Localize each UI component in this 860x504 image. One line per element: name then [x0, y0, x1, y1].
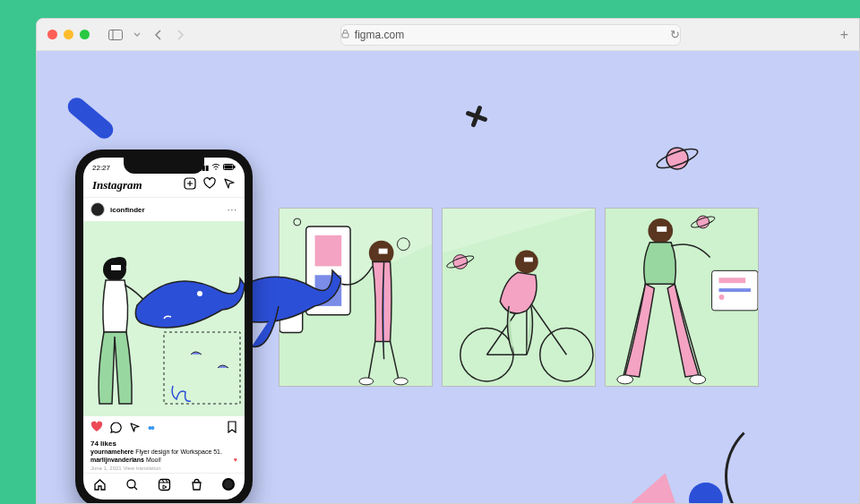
svg-point-24: [697, 216, 710, 228]
svg-point-11: [294, 218, 301, 226]
svg-rect-31: [657, 226, 666, 232]
back-button[interactable]: [150, 30, 167, 40]
svg-rect-13: [379, 249, 388, 254]
sidebar-toggle-icon[interactable]: [108, 30, 124, 40]
post-header: iconfinder ···: [83, 198, 245, 221]
more-options-icon[interactable]: ···: [228, 205, 237, 215]
activity-heart-icon[interactable]: [203, 177, 216, 193]
lock-icon: [341, 30, 349, 40]
post-date: June 1, 2021 View translation: [83, 464, 245, 473]
phone-mockup: 22:27 ▮▮▮ Instagram: [75, 149, 253, 503]
comment-username[interactable]: marlijnvanderlans: [90, 457, 144, 463]
svg-point-14: [359, 378, 374, 385]
figma-canvas[interactable]: 22:27 ▮▮▮ Instagram: [37, 51, 859, 503]
svg-rect-2: [342, 33, 348, 38]
comment-like-icon[interactable]: ♥: [234, 457, 237, 463]
svg-point-32: [617, 375, 633, 384]
profile-tab-icon[interactable]: [222, 478, 235, 491]
caption-text: Flyer design for Workspace 51.: [135, 448, 222, 455]
close-window-button[interactable]: [47, 30, 57, 39]
chevron-down-icon[interactable]: [129, 31, 145, 38]
svg-point-34: [215, 168, 217, 170]
like-heart-icon[interactable]: [90, 421, 103, 435]
shop-tab-icon[interactable]: [190, 478, 203, 494]
svg-point-10: [397, 238, 409, 251]
svg-point-44: [127, 480, 135, 488]
battery-icon: [223, 164, 236, 172]
home-tab-icon[interactable]: [93, 478, 107, 494]
forward-button[interactable]: [172, 30, 188, 40]
post-username[interactable]: iconfinder: [110, 206, 145, 214]
status-time: 22:27: [92, 164, 110, 172]
svg-rect-22: [524, 258, 533, 262]
svg-point-42: [197, 291, 202, 296]
svg-rect-28: [719, 288, 752, 292]
maximize-window-button[interactable]: [80, 30, 90, 39]
svg-rect-36: [225, 165, 233, 168]
avatar[interactable]: [90, 202, 105, 217]
svg-point-21: [515, 251, 538, 274]
comment-row: marlijnvanderlans Mooi! ♥: [83, 456, 245, 464]
post-caption: yournamehere Flyer design for Workspace …: [83, 448, 245, 456]
phone-screen: 22:27 ▮▮▮ Instagram: [83, 158, 245, 500]
messages-icon[interactable]: [223, 177, 236, 193]
frame-cycling[interactable]: [442, 208, 596, 387]
comment-text: Mooi!: [146, 457, 161, 463]
phone-notch: [124, 158, 204, 174]
caption-username[interactable]: yournamehere: [90, 448, 133, 455]
post-image[interactable]: [83, 221, 245, 416]
browser-window: figma.com ↻ +: [36, 18, 860, 504]
date-text: June 1, 2021: [90, 466, 122, 471]
likes-count[interactable]: 74 likes: [83, 440, 245, 448]
bookmark-icon[interactable]: [227, 421, 237, 435]
view-translation-link[interactable]: View translation: [123, 466, 160, 471]
design-frames: [279, 208, 759, 387]
svg-rect-27: [719, 278, 746, 283]
address-bar[interactable]: figma.com ↻: [340, 24, 681, 46]
reels-tab-icon[interactable]: [158, 478, 171, 494]
svg-point-3: [666, 148, 688, 169]
decoration-blob: [64, 94, 117, 142]
nav-buttons: [108, 30, 188, 40]
search-tab-icon[interactable]: [125, 478, 139, 494]
svg-rect-41: [111, 265, 121, 270]
svg-rect-0: [109, 30, 123, 39]
new-post-icon[interactable]: [184, 177, 196, 193]
minimize-window-button[interactable]: [64, 30, 73, 39]
carousel-indicator-icon: ••: [148, 421, 153, 435]
svg-point-33: [690, 375, 706, 384]
svg-point-29: [719, 295, 725, 300]
frame-vr-gaming[interactable]: [605, 208, 759, 387]
svg-point-15: [394, 378, 408, 385]
instagram-header: Instagram: [83, 174, 245, 198]
saturn-icon: [655, 141, 700, 180]
new-tab-button[interactable]: +: [840, 27, 848, 43]
share-icon[interactable]: [129, 422, 141, 435]
svg-rect-37: [234, 166, 236, 168]
decoration-arc: [725, 414, 850, 503]
url-text: figma.com: [355, 29, 404, 41]
bottom-tab-bar: [83, 473, 245, 500]
comment-icon[interactable]: [110, 422, 122, 435]
window-controls: [47, 30, 90, 39]
refresh-icon[interactable]: ↻: [670, 28, 680, 41]
wifi-icon: [211, 163, 220, 172]
instagram-logo[interactable]: Instagram: [92, 178, 142, 192]
plus-icon: [465, 105, 488, 132]
post-actions: ••: [83, 416, 245, 440]
browser-toolbar: figma.com ↻ +: [37, 19, 859, 51]
